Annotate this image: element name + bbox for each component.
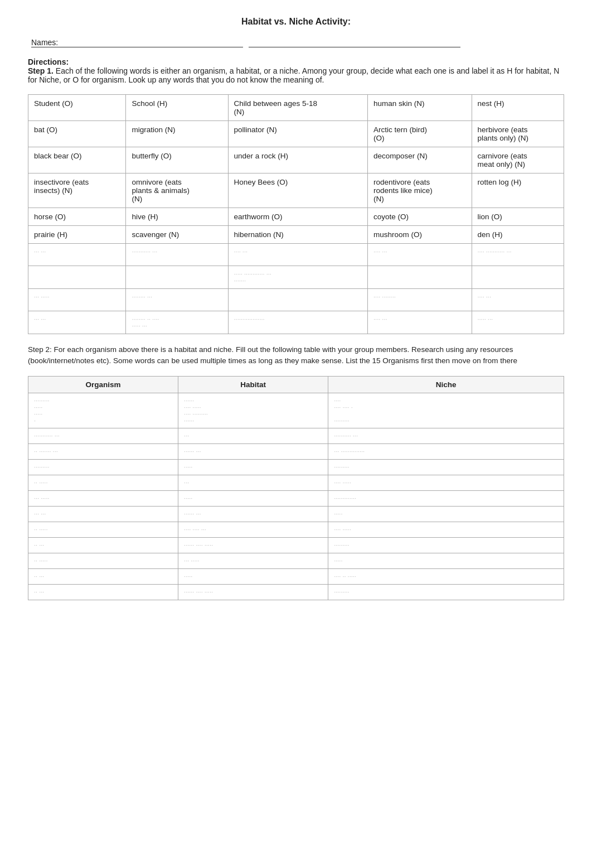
step2-blurred-row: ·· ········· ···· ·············· xyxy=(28,584,564,600)
step2-table: Organism Habitat Niche ·················… xyxy=(28,376,564,600)
step2-blurred-cell: ········· xyxy=(28,459,178,475)
step1-cell: horse (O) xyxy=(28,208,126,226)
step1-cell: hive (H) xyxy=(126,208,228,226)
step2-blurred-cell: ····· xyxy=(328,553,564,568)
step2-blurred-cell: ············· xyxy=(328,490,564,506)
step1-blurred-cell xyxy=(228,289,368,311)
step2-blurred-cell: ··· xyxy=(178,428,328,443)
step2-blurred-cell: ······ ··· xyxy=(178,506,328,522)
step1-blurred-cell: ········ ·· ···· ····· ··· xyxy=(126,311,228,334)
step2-blurred-cell: ········· xyxy=(328,459,564,475)
names-input-line xyxy=(249,38,460,47)
step1-cell: under a rock (H) xyxy=(228,147,368,173)
step1-cell: herbivore (eats plants only) (N) xyxy=(472,121,564,147)
step1-blurred-cell: ····· ··· xyxy=(472,311,564,334)
step2-habitat-blurred: ·········· ········· ··············· xyxy=(178,393,328,428)
step1-blurred-cell: ··· ····· xyxy=(28,289,126,311)
step2-blurred-cell: ···· ····· xyxy=(328,475,564,490)
step1-cell: migration (N) xyxy=(126,121,228,147)
step1-blurred-cell: ···· ··· xyxy=(472,289,564,311)
step1-blurred-cell: ···· ··········· ··· xyxy=(472,244,564,266)
step1-cell: pollinator (N) xyxy=(228,121,368,147)
step2-blurred-cell: ·· ······· ··· xyxy=(28,443,178,459)
step1-blurred-cell: ··· ··· xyxy=(28,311,126,334)
step1-cell: scavenger (N) xyxy=(126,226,228,244)
step1-cell: carnivore (eats meat only) (N) xyxy=(472,147,564,173)
step2-blurred-cell: ··· ··· xyxy=(28,506,178,522)
habitat-header: Habitat xyxy=(178,376,328,393)
step2-blurred-cell: ···· ···· ··· xyxy=(178,522,328,537)
step2-blurred-cell: ······ ··· xyxy=(178,443,328,459)
step1-blurred-cell: ··· ··· xyxy=(28,244,126,266)
step1-cell: bat (O) xyxy=(28,121,126,147)
step1-cell: rotten log (H) xyxy=(472,173,564,208)
directions-section: Directions: Step 1. Each of the followin… xyxy=(28,57,564,84)
step2-text: Step 2: For each organism above there is… xyxy=(28,344,564,367)
step2-blurred-cell: ·· ··· xyxy=(28,568,178,584)
step2-blurred-cell: ·· ····· xyxy=(28,553,178,568)
step2-blurred-cell: ······ ···· ····· xyxy=(178,537,328,553)
niche-header: Niche xyxy=(328,376,564,393)
step1-blurred-cell: ···· ··· xyxy=(368,244,472,266)
step1-blurred-cell: ···· ··· xyxy=(228,244,368,266)
step2-organism-blurred: ···················· xyxy=(28,393,178,428)
step2-blurred-row: ·· ········ ·········· xyxy=(28,553,564,568)
step2-blurred-cell: ······ ···· ····· xyxy=(178,584,328,600)
step2-blurred-cell: ····· xyxy=(178,568,328,584)
step2-blurred-cell: ···· ····· xyxy=(328,522,564,537)
step1-cell: coyote (O) xyxy=(368,208,472,226)
step1-blurred-row: ··· ·············· ······· ······· ·····… xyxy=(28,244,564,266)
step1-cell: hibernation (N) xyxy=(228,226,368,244)
step2-blurred-cell: ··· ·············· xyxy=(328,443,564,459)
step1-row: black bear (O)butterfly (O)under a rock … xyxy=(28,147,564,173)
step2-blurred-cell: ····· xyxy=(328,506,564,522)
step1-blurred-cell: ···· ··· xyxy=(368,311,472,334)
step2-blurred-row: ·· ········· ···· ·············· xyxy=(28,537,564,553)
step2-blurred-cell: ·· ····· xyxy=(28,475,178,490)
step2-blurred-cell: ··········· ··· xyxy=(28,428,178,443)
step2-blurred-cell: ········· xyxy=(328,537,564,553)
step2-blurred-cell: ··· xyxy=(178,475,328,490)
step1-row: bat (O)migration (N)pollinator (N)Arctic… xyxy=(28,121,564,147)
step2-blurred-cell: ····· xyxy=(178,459,328,475)
step1-blurred-cell: ········ ··· xyxy=(126,289,228,311)
step2-blurred-cell: ·· ····· xyxy=(28,522,178,537)
step2-blurred-cell: ·· ··· xyxy=(28,537,178,553)
step2-blurred-cell: ··· ····· xyxy=(28,490,178,506)
step1-blurred-row: ··· ············· ······· ············ ·… xyxy=(28,289,564,311)
step2-blurred-cell: ········· xyxy=(328,584,564,600)
step1-text: Each of the following words is either an… xyxy=(28,66,559,84)
names-line: Names: xyxy=(28,38,564,47)
step2-blurred-row: ··· ······················· xyxy=(28,490,564,506)
step1-cell: mushroom (O) xyxy=(368,226,472,244)
step2-blurred-row: ·· ······· ········· ······ ············… xyxy=(28,443,564,459)
step1-blurred-cell: ··········· ··· xyxy=(126,244,228,266)
step1-cell: School (H) xyxy=(126,95,228,121)
names-label: Names: xyxy=(31,38,243,47)
step2-blurred-row: ··· ········· ········ xyxy=(28,506,564,522)
step1-cell: Child between ages 5-18 (N) xyxy=(228,95,368,121)
step2-blurred-cell: ··· ····· xyxy=(178,553,328,568)
step2-blurred-row: ······················· xyxy=(28,459,564,475)
step2-niche-blurred: ········ ···· ·········· xyxy=(328,393,564,428)
step1-cell: earthworm (O) xyxy=(228,208,368,226)
step2-data-row: ······························ ·········… xyxy=(28,393,564,428)
step1-blurred-cell: ····· ············ ··· ······· xyxy=(228,266,368,289)
step1-cell: omnivore (eats plants & animals) (N) xyxy=(126,173,228,208)
step2-header-row: Organism Habitat Niche xyxy=(28,376,564,393)
directions-label: Directions: xyxy=(28,57,69,66)
step1-cell: Student (O) xyxy=(28,95,126,121)
step1-blurred-cell: ·················· xyxy=(228,311,368,334)
step1-table: Student (O)School (H)Child between ages … xyxy=(28,94,564,334)
organism-header: Organism xyxy=(28,376,178,393)
step2-blurred-row: ··········· ················ ··· xyxy=(28,428,564,443)
step1-blurred-row: ··· ··········· ·· ···· ····· ··········… xyxy=(28,311,564,334)
step1-blurred-cell xyxy=(472,266,564,289)
step1-blurred-cell xyxy=(368,266,472,289)
step1-cell: lion (O) xyxy=(472,208,564,226)
step1-blurred-cell xyxy=(28,266,126,289)
step1-cell: human skin (N) xyxy=(368,95,472,121)
step1-row: prairie (H)scavenger (N)hibernation (N)m… xyxy=(28,226,564,244)
step1-cell: rodentivore (eats rodents like mice) (N) xyxy=(368,173,472,208)
page-title: Habitat vs. Niche Activity: xyxy=(28,17,564,27)
